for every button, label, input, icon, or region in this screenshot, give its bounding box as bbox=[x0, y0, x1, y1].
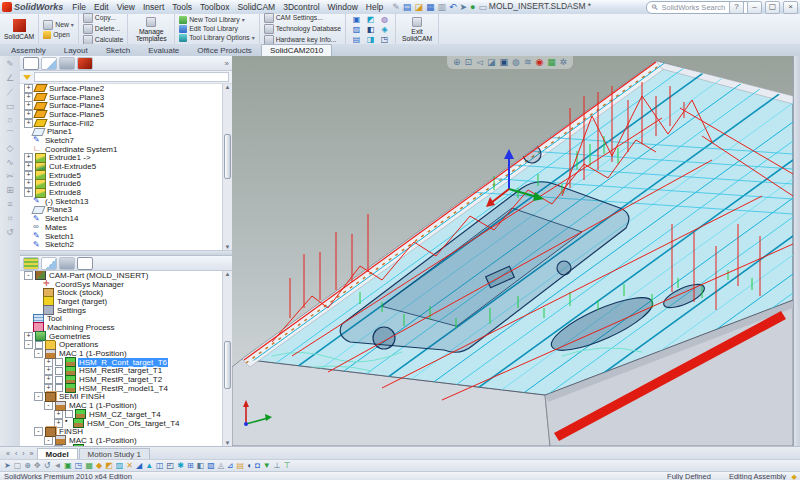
ribbon-tab[interactable]: SolidCAM2010 bbox=[261, 44, 332, 56]
cam-sim-5x-icon[interactable]: ✱ bbox=[177, 461, 184, 471]
cam-mill-3d-icon[interactable]: ◧ bbox=[197, 461, 205, 471]
cam-settings-button[interactable]: CAM Settings... bbox=[264, 13, 341, 23]
cam-hsr-icon[interactable]: ◰ bbox=[167, 461, 175, 471]
cam-module-icon[interactable]: ◩ bbox=[364, 15, 377, 24]
feature-manager-tab[interactable] bbox=[23, 57, 39, 70]
expand-toggle-icon[interactable]: + bbox=[44, 366, 53, 375]
cam-pocket-icon[interactable]: ▦ bbox=[85, 461, 93, 471]
operation-checkbox[interactable] bbox=[35, 341, 43, 349]
expand-toggle-icon[interactable]: + bbox=[24, 119, 33, 128]
sketch-tool-icon[interactable]: ✎ bbox=[6, 59, 14, 69]
solidcam-manager-tab[interactable] bbox=[77, 57, 93, 70]
minimize-button[interactable]: – bbox=[747, 1, 762, 14]
menu-item[interactable]: View bbox=[113, 2, 139, 12]
cam-engrave-icon[interactable]: ▧ bbox=[207, 461, 215, 471]
feature-tree-row[interactable]: + Extrude6 bbox=[20, 180, 232, 189]
expand-toggle-icon[interactable] bbox=[34, 281, 41, 288]
previous-view-icon[interactable]: ◅ bbox=[476, 57, 483, 68]
cam-3d-milling-icon[interactable]: ▲ bbox=[145, 461, 153, 471]
trim-tool-icon[interactable]: ✂ bbox=[6, 171, 14, 181]
ribbon-tab[interactable]: Assembly bbox=[2, 44, 55, 56]
edit-appearance-icon[interactable]: ◉ bbox=[535, 57, 543, 68]
expand-toggle-icon[interactable]: + bbox=[24, 93, 33, 102]
ribbon-tab[interactable]: Layout bbox=[55, 44, 97, 56]
expand-toggle-icon[interactable] bbox=[24, 224, 31, 231]
feature-label[interactable]: Sketch2 bbox=[44, 240, 75, 249]
feature-label[interactable]: Extrude5 bbox=[48, 171, 82, 180]
operation-checkbox[interactable] bbox=[55, 358, 63, 366]
menu-item[interactable]: File bbox=[68, 2, 90, 12]
feature-tree-row[interactable]: + Cut-Extrude5 bbox=[20, 162, 232, 171]
expand-toggle-icon[interactable]: - bbox=[44, 436, 53, 445]
cam-post-icon[interactable]: ◘ bbox=[255, 461, 260, 471]
viewport-3d-model[interactable] bbox=[232, 56, 793, 446]
cam-tree-row[interactable]: + HSM_RestR_target_T1 bbox=[20, 367, 232, 376]
menu-item[interactable]: Insert bbox=[139, 2, 168, 12]
pan-tool-icon[interactable]: ✥ bbox=[34, 461, 41, 471]
feature-tree-scrollbar[interactable]: ▲ ▼ bbox=[222, 84, 232, 250]
expand-toggle-icon[interactable]: - bbox=[34, 427, 43, 436]
cam-tree-row[interactable]: + HSM_CZ_target_T4 bbox=[20, 410, 232, 419]
cam-thread-icon[interactable]: ✕ bbox=[126, 461, 133, 471]
cam-gcode-icon[interactable]: ▼ bbox=[263, 461, 271, 471]
feature-label[interactable]: Extrude8 bbox=[48, 188, 82, 197]
expand-toggle-icon[interactable] bbox=[24, 215, 31, 222]
expand-toggle-icon[interactable]: + bbox=[24, 332, 33, 341]
feature-label[interactable]: Surface-Plane2 bbox=[48, 84, 105, 93]
scroll-up-icon[interactable]: ▲ bbox=[223, 84, 232, 90]
feature-label[interactable]: Sketch1 bbox=[44, 232, 75, 241]
expand-toggle-icon[interactable] bbox=[24, 198, 31, 205]
feature-label[interactable]: Plane3 bbox=[46, 205, 73, 214]
rotate-view-icon[interactable]: ↺ bbox=[44, 461, 51, 471]
expand-toggle-icon[interactable]: + bbox=[24, 84, 33, 93]
menu-item[interactable]: SolidCAM bbox=[233, 2, 279, 12]
cam-item-label[interactable]: Stock (stock) bbox=[56, 288, 104, 297]
ribbon-tab[interactable]: Evaluate bbox=[139, 44, 188, 56]
expand-toggle-icon[interactable]: + bbox=[24, 101, 33, 110]
expand-toggle-icon[interactable] bbox=[24, 206, 31, 213]
exit-solidcam-button[interactable]: Exit SolidCAM bbox=[396, 14, 439, 44]
cam-item-label[interactable]: Operations bbox=[58, 340, 99, 349]
cam-item-label[interactable]: HSM_Con_Ofs_target_T4 bbox=[86, 419, 181, 428]
solidcam-manager-tab[interactable] bbox=[77, 257, 93, 270]
close-button[interactable]: × bbox=[783, 1, 798, 14]
pointer-mode-icon[interactable]: ◄ bbox=[53, 461, 61, 471]
feature-label[interactable]: Cut-Extrude5 bbox=[48, 162, 97, 171]
expand-toggle-icon[interactable]: + bbox=[24, 153, 33, 162]
cam-tree-row[interactable]: Machining Process bbox=[20, 323, 232, 332]
cam-module-icon[interactable]: ◈ bbox=[378, 25, 391, 34]
expand-toggle-icon[interactable] bbox=[24, 233, 31, 240]
section-view-icon[interactable]: ◪ bbox=[487, 57, 496, 68]
cam-item-label[interactable]: Machining Process bbox=[46, 323, 116, 332]
feature-tree-row[interactable]: Sketch7 bbox=[20, 136, 232, 145]
cam-item-label[interactable]: HSM_RestR_target_T2 bbox=[78, 375, 163, 384]
feature-tree-row[interactable]: Plane1 bbox=[20, 127, 232, 136]
cam-item-label[interactable]: HSM_RestR_target_T1 bbox=[78, 366, 163, 375]
pin-icon[interactable]: ✎ bbox=[392, 2, 400, 12]
feature-label[interactable]: Sketch14 bbox=[44, 214, 79, 223]
tab-scroll-last-icon[interactable]: » bbox=[28, 450, 36, 457]
menu-item[interactable]: Help bbox=[362, 2, 387, 12]
cam-template-icon[interactable]: ▤ bbox=[237, 461, 245, 471]
rectangle-tool-icon[interactable]: ▭ bbox=[6, 101, 15, 111]
expand-toggle-icon[interactable]: + bbox=[24, 188, 33, 197]
operation-checkbox[interactable] bbox=[65, 420, 71, 426]
hide-show-items-icon[interactable]: ≋ bbox=[524, 57, 532, 68]
tab-scroll-first-icon[interactable]: « bbox=[4, 450, 12, 457]
cam-item-label[interactable]: Settings bbox=[56, 306, 87, 315]
panel-overflow-icon[interactable]: » bbox=[225, 59, 229, 68]
cam-item-label[interactable]: CAM-Part (MOLD_INSERT) bbox=[48, 271, 149, 280]
feature-label[interactable]: (-) Sketch13 bbox=[44, 197, 90, 206]
cam-park-icon[interactable]: ⊤ bbox=[284, 461, 291, 471]
expand-toggle-icon[interactable]: - bbox=[24, 271, 33, 280]
graphics-viewport[interactable]: ⊕⊡◅◪▣◍≋◉▦✲ bbox=[232, 56, 793, 446]
expand-toggle-icon[interactable] bbox=[34, 298, 41, 305]
feature-tree-row[interactable]: Plane3 bbox=[20, 206, 232, 215]
help-button[interactable]: ? bbox=[729, 1, 744, 14]
open-icon[interactable]: ◪ bbox=[414, 2, 423, 12]
cam-face-milling-icon[interactable]: ▣ bbox=[64, 461, 72, 471]
feature-tree-row[interactable]: + Surface-Plane5 bbox=[20, 110, 232, 119]
cam-tree-row[interactable]: - MAC 1 (1-Position) bbox=[20, 349, 232, 358]
expand-toggle-icon[interactable]: - bbox=[34, 392, 43, 401]
cam-module-icon[interactable]: ◧ bbox=[364, 25, 377, 34]
